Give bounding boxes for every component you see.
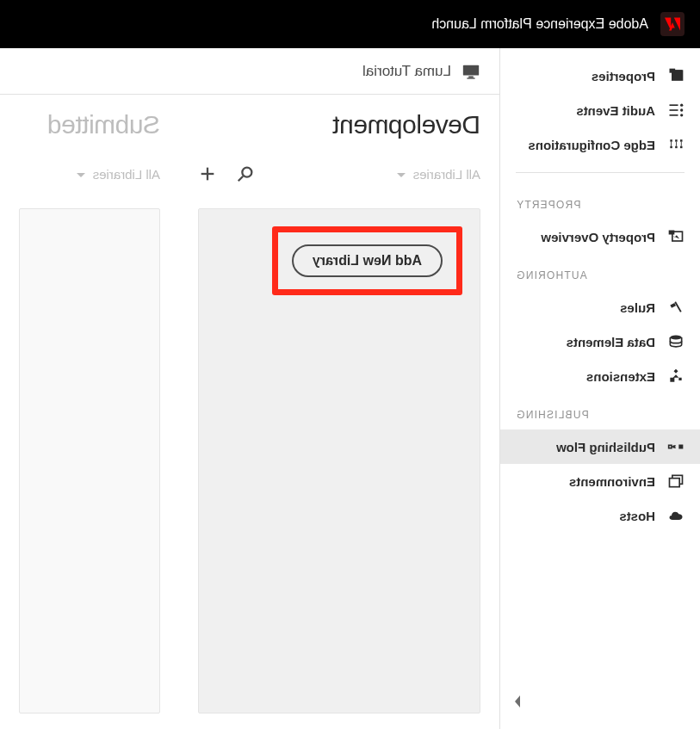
sidebar-item-edge-configurations[interactable]: Edge Configurations bbox=[500, 127, 700, 162]
svg-rect-7 bbox=[670, 114, 678, 116]
column-title-development: Development bbox=[333, 110, 480, 139]
monitor-icon bbox=[462, 62, 480, 81]
sidebar-item-label: Properties bbox=[592, 69, 655, 83]
sidebar-item-label: Property Overview bbox=[541, 230, 655, 244]
column-title-submitted: Submitted bbox=[47, 110, 160, 139]
svg-rect-14 bbox=[681, 142, 682, 146]
svg-rect-15 bbox=[676, 142, 677, 146]
adobe-logo bbox=[660, 12, 685, 36]
filter-label: All Libraries bbox=[93, 167, 160, 182]
sidebar: Properties Audit Events Edge Configurati… bbox=[499, 48, 700, 729]
sidebar-item-label: Publishing Flow bbox=[556, 440, 655, 454]
sidebar-item-extensions[interactable]: Extensions bbox=[500, 359, 700, 393]
svg-rect-16 bbox=[671, 142, 672, 146]
hosts-icon bbox=[667, 507, 685, 524]
filter-dropdown-submitted[interactable]: All Libraries bbox=[76, 167, 160, 182]
svg-rect-23 bbox=[463, 65, 479, 75]
svg-point-6 bbox=[680, 114, 683, 116]
development-column: Development All Libraries bbox=[179, 95, 499, 729]
svg-point-4 bbox=[680, 108, 683, 111]
publishing-flow-icon bbox=[667, 438, 685, 455]
svg-rect-25 bbox=[467, 77, 474, 78]
svg-rect-5 bbox=[670, 109, 678, 111]
sidebar-divider bbox=[516, 172, 685, 173]
svg-rect-10 bbox=[670, 139, 672, 142]
svg-point-18 bbox=[670, 336, 681, 340]
svg-rect-12 bbox=[675, 146, 678, 149]
sidebar-item-label: Audit Events bbox=[576, 103, 655, 118]
add-button[interactable] bbox=[198, 164, 217, 183]
search-button[interactable] bbox=[236, 164, 255, 183]
development-content: Add New Library bbox=[198, 208, 480, 714]
sidebar-section-publishing: PUBLISHING bbox=[500, 393, 700, 429]
property-overview-icon bbox=[667, 228, 685, 245]
property-name: Luma Tutorial bbox=[362, 63, 451, 80]
svg-rect-8 bbox=[680, 139, 683, 142]
sidebar-item-label: Environments bbox=[569, 474, 655, 489]
environments-icon bbox=[667, 473, 685, 490]
extensions-icon bbox=[667, 368, 685, 385]
sidebar-item-environments[interactable]: Environments bbox=[500, 464, 700, 498]
submitted-content bbox=[19, 208, 160, 714]
submitted-column: Submitted All Libraries bbox=[0, 95, 179, 729]
svg-rect-13 bbox=[670, 146, 672, 149]
main-content: Luma Tutorial Development All Libraries bbox=[0, 48, 499, 729]
properties-icon bbox=[667, 67, 685, 84]
svg-rect-11 bbox=[680, 146, 683, 149]
chevron-down-icon bbox=[396, 167, 406, 182]
svg-point-2 bbox=[680, 104, 683, 107]
filter-dropdown-development[interactable]: All Libraries bbox=[396, 167, 480, 182]
sidebar-item-rules[interactable]: Rules bbox=[500, 290, 700, 324]
sidebar-item-property-overview[interactable]: Property Overview bbox=[500, 219, 700, 254]
svg-rect-9 bbox=[675, 139, 678, 142]
add-new-library-button[interactable]: Add New Library bbox=[292, 244, 443, 277]
svg-rect-22 bbox=[670, 479, 680, 487]
rules-icon bbox=[667, 299, 685, 316]
svg-rect-3 bbox=[670, 104, 678, 106]
svg-point-26 bbox=[242, 168, 251, 177]
audit-events-icon bbox=[667, 102, 685, 119]
svg-rect-24 bbox=[468, 76, 474, 77]
sidebar-item-hosts[interactable]: Hosts bbox=[500, 498, 700, 533]
sidebar-item-audit-events[interactable]: Audit Events bbox=[500, 93, 700, 127]
svg-rect-19 bbox=[678, 445, 683, 449]
sidebar-item-label: Rules bbox=[620, 300, 655, 315]
sidebar-collapse-button[interactable] bbox=[507, 691, 528, 712]
app-header: Adobe Experience Platform Launch bbox=[0, 0, 700, 48]
sidebar-item-publishing-flow[interactable]: Publishing Flow bbox=[500, 429, 700, 464]
sidebar-section-property: PROPERTY bbox=[500, 183, 700, 219]
svg-rect-20 bbox=[669, 445, 672, 448]
sidebar-item-label: Extensions bbox=[586, 369, 655, 384]
header-title: Adobe Experience Platform Launch bbox=[431, 16, 648, 32]
data-elements-icon bbox=[667, 333, 685, 350]
property-bar: Luma Tutorial bbox=[0, 48, 499, 95]
sidebar-section-authoring: AUTHORING bbox=[500, 254, 700, 290]
sidebar-item-data-elements[interactable]: Data Elements bbox=[500, 324, 700, 359]
chevron-down-icon bbox=[76, 167, 86, 182]
sidebar-item-properties[interactable]: Properties bbox=[500, 59, 700, 93]
filter-label: All Libraries bbox=[413, 167, 480, 182]
sidebar-item-label: Hosts bbox=[619, 509, 655, 523]
svg-line-27 bbox=[238, 176, 244, 182]
sidebar-item-label: Data Elements bbox=[567, 335, 655, 349]
edge-configurations-icon bbox=[667, 136, 685, 153]
add-library-highlight: Add New Library bbox=[272, 226, 462, 295]
sidebar-item-label: Edge Configurations bbox=[529, 138, 656, 152]
